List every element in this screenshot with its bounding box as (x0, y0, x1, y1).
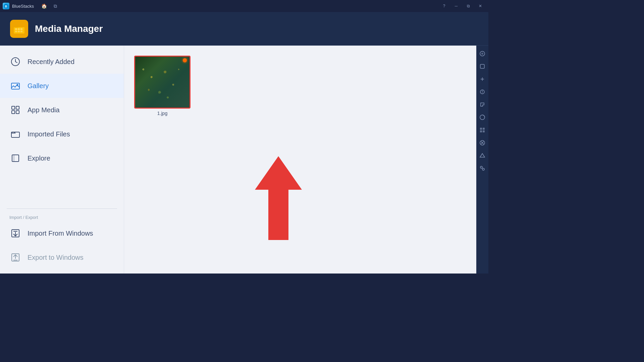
sidebar-item-import-from-windows[interactable]: Import From Windows (0, 221, 124, 245)
right-btn-5[interactable] (477, 99, 488, 110)
grid-icon (9, 104, 21, 116)
titlebar-nav: 🏠 ⧉ (39, 1, 60, 11)
export-icon (9, 251, 21, 263)
svg-rect-16 (12, 106, 15, 109)
svg-rect-9 (18, 31, 20, 32)
svg-marker-29 (255, 156, 302, 240)
svg-rect-39 (480, 128, 482, 130)
sidebar-item-explore[interactable]: Explore (0, 146, 124, 170)
help-button[interactable]: ? (439, 1, 449, 11)
page-title: Media Manager (35, 23, 103, 34)
right-btn-9[interactable] (477, 150, 488, 161)
sidebar-label-import-from-windows: Import From Windows (28, 230, 93, 237)
media-filename: 1.jpg (157, 111, 167, 116)
svg-rect-3 (14, 27, 24, 34)
red-arrow-annotation (255, 156, 302, 240)
clock-icon (9, 56, 21, 68)
svg-point-15 (17, 84, 18, 86)
sidebar-label-export-to-windows: Export to Windows (28, 254, 84, 261)
media-item[interactable]: 1.jpg (134, 56, 191, 116)
svg-rect-4 (14, 25, 18, 27)
sidebar-item-app-media[interactable]: App Media (0, 98, 124, 122)
media-thumbnail (135, 57, 190, 108)
right-sidebar (476, 46, 488, 274)
minimize-button[interactable]: ─ (451, 1, 462, 11)
svg-rect-8 (15, 31, 17, 32)
main-panel: 1.jpg (124, 46, 476, 274)
right-btn-7[interactable] (477, 125, 488, 135)
gallery-icon (9, 80, 21, 92)
sidebar-item-gallery[interactable]: Gallery (0, 74, 124, 98)
close-button[interactable]: ✕ (475, 1, 486, 11)
app-name: BlueStacks (12, 4, 34, 9)
titlebar: B BlueStacks 🏠 ⧉ ? ─ ⧉ ✕ (0, 0, 488, 12)
svg-rect-22 (13, 155, 14, 162)
window-controls: ? ─ ⧉ ✕ (439, 1, 486, 11)
sidebar-label-explore: Explore (28, 155, 50, 162)
svg-rect-19 (16, 111, 19, 114)
svg-rect-41 (480, 130, 482, 132)
right-btn-6[interactable] (477, 112, 488, 123)
header: Media Manager (0, 12, 488, 46)
svg-rect-21 (12, 155, 19, 162)
app-logo: B (3, 3, 9, 9)
sidebar-label-app-media: App Media (28, 106, 60, 114)
right-btn-10[interactable] (477, 163, 488, 174)
right-btn-2[interactable] (477, 61, 488, 72)
media-thumbnail-wrapper (134, 56, 191, 109)
app-container: Media Manager Recently Added (0, 12, 488, 274)
right-btn-1[interactable] (477, 48, 488, 59)
svg-marker-46 (480, 154, 485, 157)
multi-window-button[interactable]: ⧉ (51, 1, 60, 11)
right-btn-8[interactable] (477, 137, 488, 148)
svg-point-31 (481, 53, 483, 55)
sidebar-item-recently-added[interactable]: Recently Added (0, 50, 124, 74)
svg-rect-42 (483, 130, 485, 132)
sidebar-divider (7, 208, 117, 209)
sidebar-label-imported-files: Imported Files (28, 130, 70, 138)
media-grid: 1.jpg (134, 56, 466, 116)
svg-point-47 (480, 166, 482, 168)
svg-point-48 (482, 168, 484, 170)
sidebar-spacer (0, 170, 124, 205)
svg-rect-6 (18, 28, 20, 30)
svg-text:B: B (5, 5, 7, 8)
svg-rect-7 (20, 28, 22, 30)
sidebar: Recently Added Gallery (0, 46, 124, 274)
import-export-label: Import / Export (0, 212, 124, 221)
svg-line-13 (15, 62, 17, 63)
storage-icon (9, 152, 21, 164)
restore-button[interactable]: ⧉ (463, 1, 474, 11)
svg-rect-10 (20, 31, 22, 32)
sidebar-label-recently-added: Recently Added (28, 58, 74, 66)
svg-rect-17 (16, 106, 19, 109)
sidebar-item-imported-files[interactable]: Imported Files (0, 122, 124, 146)
svg-point-37 (482, 93, 483, 93)
svg-rect-5 (15, 28, 17, 30)
svg-rect-18 (12, 111, 15, 114)
folder-icon (9, 128, 21, 140)
header-icon (10, 20, 28, 38)
sidebar-label-gallery: Gallery (28, 82, 49, 90)
home-button[interactable]: 🏠 (39, 1, 49, 11)
import-icon (9, 227, 21, 239)
right-btn-3[interactable] (477, 74, 488, 84)
sidebar-item-export-to-windows[interactable]: Export to Windows (0, 245, 124, 269)
right-btn-4[interactable] (477, 86, 488, 97)
svg-rect-32 (480, 64, 484, 68)
content-area: Recently Added Gallery (0, 46, 488, 274)
svg-rect-40 (483, 128, 485, 130)
